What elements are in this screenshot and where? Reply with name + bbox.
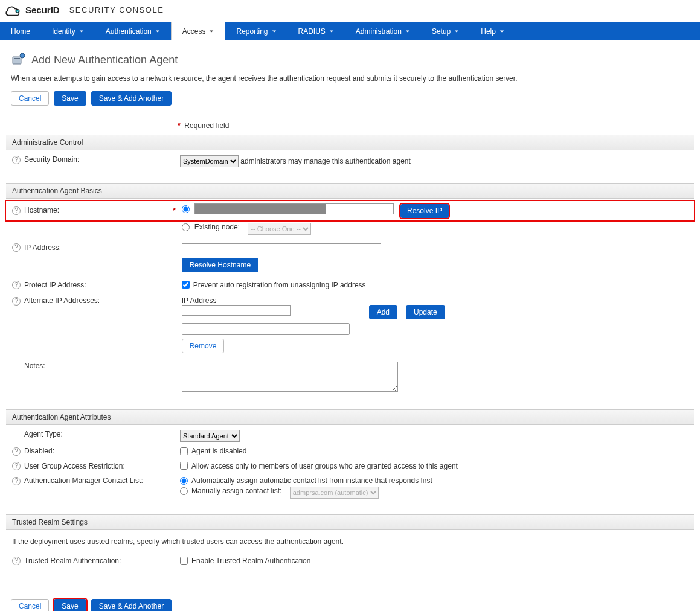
existing-node-label: Existing node: <box>194 223 240 231</box>
caret-down-icon <box>454 27 459 36</box>
save-add-another-button-bottom[interactable]: Save & Add Another <box>91 599 172 611</box>
help-icon[interactable]: ? <box>12 447 21 456</box>
alt-ip-input[interactable] <box>182 305 291 316</box>
page-title: Add New Authentication Agent <box>31 54 178 66</box>
svg-point-0 <box>16 10 19 13</box>
protect-ip-checkbox-label: Prevent auto registration from unassigni… <box>193 281 366 289</box>
svg-point-3 <box>20 53 25 58</box>
nav-reporting-label: Reporting <box>236 27 268 36</box>
nav-help-label: Help <box>481 27 496 36</box>
alt-ip-remove-button[interactable]: Remove <box>182 339 225 353</box>
nav-radius[interactable]: RADIUS <box>287 22 345 40</box>
console-label: SECURITY CONSOLE <box>69 5 164 14</box>
nav-radius-label: RADIUS <box>298 27 326 36</box>
agent-disabled-checkbox[interactable] <box>180 447 188 455</box>
agent-type-label: Agent Type: <box>24 430 63 438</box>
caret-down-icon <box>79 27 84 36</box>
ug-restriction-checkbox-label: Allow access only to members of user gro… <box>191 462 458 470</box>
brand-name: SecurID <box>25 5 60 15</box>
trusted-realm-checkbox[interactable] <box>180 557 188 565</box>
ug-restriction-checkbox[interactable] <box>180 462 188 470</box>
agent-icon <box>11 53 25 67</box>
help-icon[interactable]: ? <box>12 557 21 565</box>
nav-identity[interactable]: Identity <box>41 22 95 40</box>
am-manual-select: admprsa.com (automatic) <box>290 487 379 499</box>
cancel-button-bottom[interactable]: Cancel <box>11 599 49 611</box>
trusted-realm-checkbox-label: Enable Trusted Realm Authentication <box>191 557 310 565</box>
help-icon[interactable]: ? <box>12 206 21 215</box>
save-button[interactable]: Save <box>54 91 86 106</box>
alt-ip-update-button[interactable]: Update <box>406 305 445 319</box>
caret-down-icon <box>499 27 504 36</box>
alt-ip-listbox[interactable] <box>182 323 350 335</box>
ip-address-input[interactable] <box>182 243 381 254</box>
cancel-button[interactable]: Cancel <box>11 91 49 106</box>
save-add-another-button[interactable]: Save & Add Another <box>91 91 172 106</box>
alt-ip-label: Alternate IP Addresses: <box>24 296 100 305</box>
nav-administration[interactable]: Administration <box>345 22 421 40</box>
help-icon[interactable]: ? <box>12 281 21 289</box>
help-icon[interactable]: ? <box>12 243 21 252</box>
nav-access[interactable]: Access <box>171 22 226 40</box>
resolve-ip-button[interactable]: Resolve IP <box>400 204 449 218</box>
alt-ip-field-label: IP Address <box>182 296 690 305</box>
nav-access-label: Access <box>182 27 206 36</box>
hostname-input[interactable] <box>194 203 394 214</box>
securid-logo-icon <box>5 4 22 16</box>
svg-rect-1 <box>13 57 21 64</box>
page-header: Add New Authentication Agent <box>6 46 694 74</box>
am-manual-label: Manually assign contact list: <box>191 487 281 495</box>
agent-type-select[interactable]: Standard Agent <box>180 430 240 442</box>
save-button-bottom[interactable]: Save <box>54 599 86 611</box>
page-description: When a user attempts to gain access to a… <box>6 74 694 91</box>
nav-setup[interactable]: Setup <box>421 22 470 40</box>
section-admin-control: Administrative Control <box>6 135 694 150</box>
am-contact-label: Authentication Manager Contact List: <box>24 476 143 485</box>
hostname-new-radio[interactable] <box>182 205 190 213</box>
protect-ip-label: Protect IP Address: <box>24 281 86 289</box>
trusted-realm-desc: If the deployment uses trusted realms, s… <box>6 533 694 554</box>
security-domain-label: Security Domain: <box>24 155 79 164</box>
help-icon[interactable]: ? <box>12 297 21 306</box>
security-domain-select[interactable]: SystemDomain <box>180 155 239 167</box>
logo-wrap: SecurID SECURITY CONSOLE <box>5 4 164 16</box>
ip-address-label: IP Address: <box>24 243 61 252</box>
notes-textarea[interactable] <box>182 362 398 392</box>
nav-home-label: Home <box>11 27 30 36</box>
agent-disabled-checkbox-label: Agent is disabled <box>191 447 246 455</box>
nav-help[interactable]: Help <box>470 22 515 40</box>
security-domain-hint: administrators may manage this authentic… <box>240 157 411 165</box>
nav-home[interactable]: Home <box>0 22 41 40</box>
nav-setup-label: Setup <box>432 27 451 36</box>
existing-node-select: -- Choose One -- <box>248 223 311 235</box>
am-auto-radio[interactable] <box>180 477 188 485</box>
hostname-existing-radio[interactable] <box>182 223 190 231</box>
main-nav: Home Identity Authentication Access Repo… <box>0 22 700 40</box>
page-body: Add New Authentication Agent When a user… <box>0 40 700 611</box>
caret-down-icon <box>405 27 410 36</box>
resolve-hostname-button[interactable]: Resolve Hostname <box>182 258 258 272</box>
caret-down-icon <box>272 27 277 36</box>
section-basics: Authentication Agent Basics <box>6 183 694 199</box>
am-auto-label: Automatically assign automatic contact l… <box>191 476 432 485</box>
help-icon[interactable]: ? <box>12 477 21 485</box>
alt-ip-add-button[interactable]: Add <box>369 305 397 319</box>
nav-authentication[interactable]: Authentication <box>95 22 171 40</box>
top-bar: SecurID SECURITY CONSOLE <box>0 0 700 19</box>
bottom-button-row: Cancel Save Save & Add Another <box>6 599 694 611</box>
help-icon[interactable]: ? <box>12 156 21 164</box>
nav-identity-label: Identity <box>52 27 75 36</box>
nav-reporting[interactable]: Reporting <box>225 22 287 40</box>
notes-label: Notes: <box>24 362 45 370</box>
required-text: Required field <box>184 121 229 130</box>
section-trusted-realm: Trusted Realm Settings <box>6 514 694 530</box>
disabled-label: Disabled: <box>24 447 54 455</box>
caret-down-icon <box>329 27 334 36</box>
am-manual-radio[interactable] <box>180 487 188 495</box>
nav-administration-label: Administration <box>356 27 402 36</box>
help-icon[interactable]: ? <box>12 462 21 470</box>
protect-ip-checkbox[interactable] <box>182 281 190 289</box>
ug-restriction-label: User Group Access Restriction: <box>24 462 125 470</box>
top-button-row: Cancel Save Save & Add Another <box>6 91 694 110</box>
hostname-label: Hostname: <box>24 206 59 214</box>
